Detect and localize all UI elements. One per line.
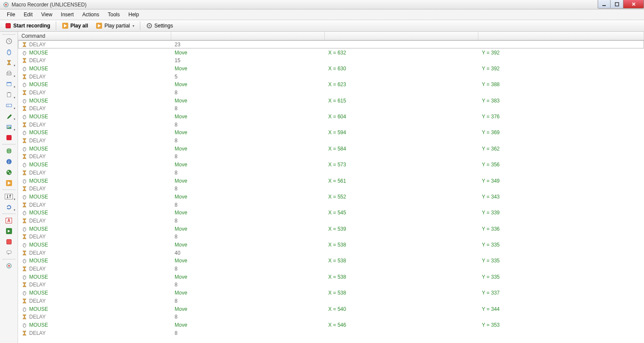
table-row[interactable]: DELAY23 <box>18 40 644 48</box>
table-row[interactable]: MOUSEMoveX = 540Y = 344 <box>18 305 644 313</box>
command-label: DELAY <box>29 42 45 48</box>
table-row[interactable]: MOUSEMoveX = 573Y = 356 <box>18 160 644 168</box>
refresh-icon[interactable] <box>2 202 16 212</box>
network-icon[interactable] <box>2 167 16 178</box>
hourglass-icon <box>21 314 27 320</box>
svg-point-1 <box>5 4 7 6</box>
settings-button[interactable]: Settings <box>143 21 176 30</box>
comment-icon[interactable] <box>2 247 16 258</box>
grid-body[interactable]: DELAY23MOUSEMoveX = 632Y = 392DELAY15MOU… <box>18 40 644 343</box>
mouse-x: X = 552 <box>328 194 346 200</box>
command-label: MOUSE <box>29 258 48 264</box>
table-row[interactable]: MOUSEMoveX = 552Y = 343 <box>18 193 644 201</box>
table-row[interactable]: DELAY8 <box>18 184 644 193</box>
table-row[interactable]: MOUSEMoveX = 539Y = 336 <box>18 225 644 233</box>
table-row[interactable]: MOUSEMoveX = 561Y = 349 <box>18 177 644 185</box>
table-row[interactable]: MOUSEMoveX = 623Y = 388 <box>18 80 644 88</box>
mouse-y: Y = 356 <box>482 162 499 168</box>
record-square-icon[interactable] <box>2 237 16 247</box>
table-row[interactable]: DELAY8 <box>18 168 644 177</box>
table-row[interactable]: MOUSEMoveX = 538Y = 335 <box>18 257 644 265</box>
play-all-button[interactable]: Play all <box>59 21 91 30</box>
maximize-button[interactable] <box>611 0 623 9</box>
mouse-action: Move <box>175 226 187 232</box>
table-row[interactable]: MOUSEMoveX = 584Y = 362 <box>18 144 644 153</box>
table-row[interactable]: MOUSEMoveX = 538Y = 335 <box>18 241 644 249</box>
image-icon[interactable] <box>2 122 16 132</box>
table-row[interactable]: DELAY8 <box>18 217 644 225</box>
menu-tools[interactable]: Tools <box>103 10 124 19</box>
minimize-button[interactable] <box>598 0 611 9</box>
clock-icon[interactable] <box>2 36 16 46</box>
menu-help[interactable]: Help <box>124 10 143 19</box>
table-row[interactable]: DELAY8 <box>18 265 644 273</box>
mouse-x: X = 546 <box>328 322 346 328</box>
eyedropper-icon[interactable] <box>2 111 16 121</box>
table-row[interactable]: MOUSEMoveX = 594Y = 369 <box>18 129 644 137</box>
font-icon[interactable]: A <box>2 215 16 226</box>
text-input-icon[interactable]: I <box>2 100 16 111</box>
window-icon[interactable] <box>2 79 16 89</box>
goto-icon[interactable] <box>2 226 16 236</box>
table-row[interactable]: MOUSEMoveX = 630Y = 392 <box>18 64 644 72</box>
command-label: DELAY <box>29 57 45 63</box>
table-row[interactable]: DELAY40 <box>18 249 644 257</box>
table-row[interactable]: DELAY8 <box>18 297 644 305</box>
hourglass-icon[interactable] <box>2 57 16 68</box>
menu-edit[interactable]: Edit <box>19 10 37 19</box>
menu-view[interactable]: View <box>37 10 57 19</box>
table-row[interactable]: DELAY8 <box>18 88 644 96</box>
svg-rect-19 <box>6 104 12 107</box>
delay-value: 8 <box>175 202 178 208</box>
hourglass-icon <box>21 138 27 144</box>
mouse-icon[interactable] <box>2 47 16 57</box>
table-row[interactable]: DELAY8 <box>18 313 644 321</box>
menu-actions[interactable]: Actions <box>78 10 103 19</box>
column-header-4[interactable] <box>478 32 644 40</box>
command-label: MOUSE <box>29 162 48 168</box>
column-header-2[interactable] <box>171 32 325 40</box>
mouse-x: X = 538 <box>328 274 346 280</box>
play-partial-button[interactable]: Play partial ▾ <box>93 21 137 30</box>
start-recording-button[interactable]: Start recording <box>2 21 53 30</box>
menu-file[interactable]: File <box>3 10 19 19</box>
table-row[interactable]: DELAY8 <box>18 281 644 289</box>
table-row[interactable]: DELAY8 <box>18 233 644 241</box>
svg-rect-16 <box>7 82 11 83</box>
table-row[interactable]: MOUSEMoveX = 546Y = 353 <box>18 321 644 329</box>
hourglass-icon <box>21 250 27 256</box>
macro-icon[interactable] <box>2 261 16 271</box>
table-row[interactable]: MOUSEMoveX = 538Y = 335 <box>18 273 644 281</box>
mouse-x: X = 545 <box>328 210 346 216</box>
clipboard-icon[interactable] <box>2 90 16 100</box>
delay-value: 8 <box>175 170 178 176</box>
table-row[interactable]: DELAY8 <box>18 329 644 337</box>
hourglass-icon <box>21 57 27 63</box>
print-icon[interactable] <box>2 68 16 78</box>
menu-insert[interactable]: Insert <box>57 10 78 19</box>
table-row[interactable]: DELAY5 <box>18 72 644 81</box>
column-header-3[interactable] <box>325 32 478 40</box>
if-statement-icon[interactable]: if <box>2 191 16 202</box>
info-icon[interactable]: i <box>2 156 16 167</box>
delay-value: 8 <box>175 266 178 272</box>
table-row[interactable]: DELAY8 <box>18 136 644 144</box>
table-row[interactable]: DELAY8 <box>18 120 644 129</box>
gear-icon <box>146 22 153 29</box>
close-button[interactable]: ✕ <box>623 0 644 9</box>
table-row[interactable]: DELAY8 <box>18 153 644 161</box>
play-icon[interactable] <box>2 178 16 188</box>
table-row[interactable]: DELAY8 <box>18 105 644 113</box>
table-row[interactable]: MOUSEMoveX = 615Y = 383 <box>18 96 644 105</box>
globe-icon[interactable] <box>2 146 16 156</box>
table-row[interactable]: MOUSEMoveX = 632Y = 392 <box>18 48 644 57</box>
table-row[interactable]: MOUSEMoveX = 604Y = 376 <box>18 112 644 120</box>
table-row[interactable]: DELAY8 <box>18 201 644 209</box>
mouse-y: Y = 336 <box>482 226 499 232</box>
mouse-action: Move <box>175 81 187 87</box>
table-row[interactable]: MOUSEMoveX = 545Y = 339 <box>18 208 644 217</box>
table-row[interactable]: MOUSEMoveX = 538Y = 337 <box>18 289 644 297</box>
table-row[interactable]: DELAY15 <box>18 56 644 64</box>
stop-icon[interactable] <box>2 132 16 143</box>
column-header-command[interactable]: Command <box>18 32 171 40</box>
